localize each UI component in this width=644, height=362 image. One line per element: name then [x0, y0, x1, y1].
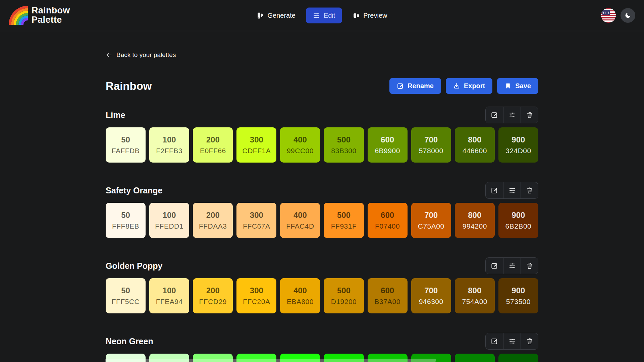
- palette-row-actions: [485, 182, 538, 199]
- color-swatch[interactable]: 700C75A00: [411, 203, 451, 238]
- color-swatch[interactable]: 500D19200: [324, 278, 364, 313]
- palette-row-actions: [485, 333, 538, 350]
- rename-button-label: Rename: [408, 82, 434, 90]
- download-icon: [453, 82, 460, 89]
- shade-label: 600: [381, 135, 394, 144]
- export-button[interactable]: Export: [446, 78, 492, 94]
- color-swatch[interactable]: 100FFEA94: [149, 278, 189, 313]
- color-swatch[interactable]: 500FF931F: [324, 203, 364, 238]
- shade-hex: 578000: [419, 147, 443, 155]
- palette-list: Lime: [106, 107, 538, 362]
- back-to-palettes-link[interactable]: Back to your palettes: [106, 51, 176, 59]
- shade-hex: FFEDD1: [155, 222, 183, 230]
- palette-section-header: Neon Green: [106, 333, 538, 350]
- shade-label: 50: [121, 210, 130, 220]
- delete-palette-button[interactable]: [521, 258, 538, 274]
- color-swatch[interactable]: 9006B2B00: [498, 203, 538, 238]
- color-swatch[interactable]: 800754A00: [455, 278, 495, 313]
- color-swatch[interactable]: 900573500: [498, 278, 538, 313]
- color-swatch[interactable]: 400EBA800: [280, 278, 320, 313]
- shade-label: 700: [424, 210, 438, 220]
- color-swatch[interactable]: 700946300: [411, 278, 451, 313]
- shade-hex: 99CC00: [287, 147, 314, 155]
- nav-edit-button[interactable]: Edit: [306, 8, 342, 23]
- color-swatch[interactable]: 50083B300: [324, 127, 364, 163]
- color-swatch[interactable]: 100FFEDD1: [149, 203, 189, 238]
- delete-palette-button[interactable]: [521, 333, 538, 349]
- arrow-left-icon: [106, 52, 112, 58]
- edit-palette-button[interactable]: [486, 107, 503, 123]
- rename-button[interactable]: Rename: [389, 78, 441, 94]
- shade-label: 400: [293, 210, 307, 220]
- shade-hex: D19200: [331, 298, 357, 306]
- nav-preview-button[interactable]: Preview: [351, 8, 388, 23]
- title-actions: Rename Export Save: [389, 78, 538, 94]
- edit-palette-button[interactable]: [486, 182, 503, 198]
- color-swatch[interactable]: 300CDFF1A: [236, 127, 276, 163]
- shade-hex: FAFFDB: [112, 147, 140, 155]
- adjust-palette-button[interactable]: [503, 258, 521, 274]
- nav-generate-label: Generate: [268, 12, 296, 19]
- color-swatch[interactable]: 40099CC00: [280, 127, 320, 163]
- adjust-palette-button[interactable]: [503, 333, 521, 349]
- color-swatch[interactable]: 900036100: [498, 354, 538, 362]
- main-nav: Generate Edit Preview: [256, 8, 389, 23]
- color-swatch[interactable]: 700578000: [411, 127, 451, 163]
- color-swatch[interactable]: 200FFDAA3: [193, 203, 233, 238]
- color-swatch[interactable]: 600F07400: [368, 203, 408, 238]
- sliders-icon: [508, 338, 516, 345]
- color-swatch[interactable]: 800994200: [455, 203, 495, 238]
- color-swatch[interactable]: 300FFC20A: [236, 278, 276, 313]
- shade-label: 700: [424, 135, 438, 144]
- delete-palette-button[interactable]: [521, 107, 538, 123]
- palette-swatchbook-icon: [257, 12, 264, 19]
- export-button-label: Export: [464, 82, 485, 90]
- edit-palette-button[interactable]: [486, 258, 503, 274]
- color-swatch[interactable]: 600B37A00: [368, 278, 408, 313]
- color-swatch[interactable]: 100F2FFB3: [149, 127, 189, 163]
- color-swatch[interactable]: 300FFC67A: [236, 203, 276, 238]
- color-swatch[interactable]: 900324D00: [498, 127, 538, 163]
- color-swatch[interactable]: 400FFAC4D: [280, 203, 320, 238]
- shade-hex: FFAC4D: [286, 222, 314, 230]
- app-logo[interactable]: Rainbow Palette: [9, 6, 70, 25]
- sliders-icon: [313, 12, 320, 19]
- adjust-palette-button[interactable]: [503, 182, 521, 198]
- shade-label: 800: [468, 286, 481, 295]
- adjust-palette-button[interactable]: [503, 107, 521, 123]
- shade-hex: E0FF66: [200, 147, 226, 155]
- shade-hex: FFDAA3: [199, 222, 227, 230]
- nav-generate-button[interactable]: Generate: [256, 8, 297, 23]
- color-swatch[interactable]: 200E0FF66: [193, 127, 233, 163]
- shade-label: 300: [250, 210, 263, 220]
- color-swatch[interactable]: 6006B9900: [368, 127, 408, 163]
- shade-hex: 83B300: [331, 147, 356, 155]
- edit-palette-button[interactable]: [486, 333, 503, 349]
- dark-mode-toggle-button[interactable]: [621, 8, 635, 23]
- shade-label: 900: [512, 286, 525, 295]
- color-swatch[interactable]: 800446600: [455, 127, 495, 163]
- horizontal-scrollbar[interactable]: [105, 359, 436, 362]
- swatch-row: 50FAFFDB100F2FFB3200E0FF66300CDFF1A40099…: [106, 127, 538, 163]
- back-link-label: Back to your palettes: [116, 51, 176, 59]
- shade-label: 50: [121, 135, 130, 144]
- color-swatch[interactable]: 800048500: [455, 354, 495, 362]
- trash-icon: [526, 111, 533, 119]
- sliders-icon: [508, 187, 516, 194]
- color-swatch[interactable]: 50FAFFDB: [106, 127, 146, 163]
- shade-hex: 994200: [463, 222, 487, 230]
- sliders-icon: [508, 111, 516, 119]
- shade-label: 600: [381, 286, 394, 295]
- us-flag-language-button[interactable]: [601, 8, 616, 23]
- title-row: Rainbow Rename Export: [106, 78, 538, 94]
- shade-label: 600: [381, 210, 394, 220]
- shade-hex: F07400: [375, 222, 400, 230]
- shade-label: 100: [163, 286, 176, 295]
- shade-label: 300: [250, 286, 263, 295]
- color-swatch[interactable]: 50FFF8EB: [106, 203, 146, 238]
- delete-palette-button[interactable]: [521, 182, 538, 198]
- color-swatch[interactable]: 50FFF5CC: [106, 278, 146, 313]
- save-button[interactable]: Save: [497, 78, 538, 94]
- shade-label: 100: [163, 135, 176, 144]
- color-swatch[interactable]: 200FFCD29: [193, 278, 233, 313]
